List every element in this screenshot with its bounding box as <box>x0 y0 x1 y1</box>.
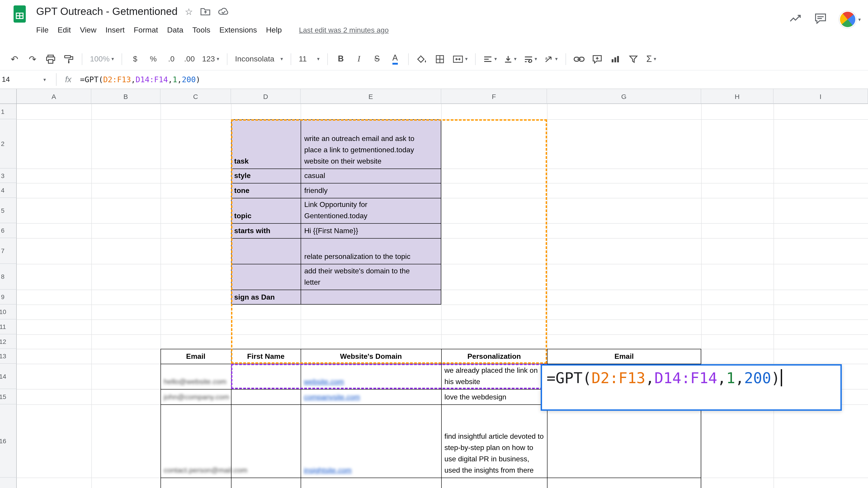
format-currency-button[interactable]: $ <box>127 51 143 67</box>
menu-extensions[interactable]: Extensions <box>215 24 261 37</box>
cell-F14[interactable]: we already placed the link on his websit… <box>441 364 547 389</box>
cell-F17[interactable]: we texted on LinkedIn <box>441 478 547 488</box>
insert-link-button[interactable] <box>571 51 587 67</box>
decrease-decimals-button[interactable]: .0 <box>163 51 180 67</box>
cell-F16[interactable]: find insightful article devoted to step-… <box>441 404 547 478</box>
table-header-website-s-domain[interactable]: Website's Domain <box>301 349 441 364</box>
cloud-saved-icon[interactable] <box>218 7 229 16</box>
create-filter-button[interactable] <box>625 51 641 67</box>
row-header-6[interactable]: 6 <box>0 223 17 238</box>
table-header-email[interactable]: Email <box>547 349 701 364</box>
cell-E4[interactable]: friendly <box>301 183 441 198</box>
functions-button[interactable]: Σ▾ <box>643 51 659 67</box>
row-header-15[interactable]: 15 <box>0 389 17 404</box>
cell-D8[interactable] <box>231 264 301 290</box>
name-box[interactable]: 14 <box>0 75 43 84</box>
last-edit-link[interactable]: Last edit was 2 minutes ago <box>299 26 389 34</box>
row-header-9[interactable]: 9 <box>0 290 17 304</box>
cell-editor-G14[interactable]: =GPT(D2:F13,D14:F14,1,200) <box>541 364 842 411</box>
document-title[interactable]: GPT Outreach - Getmentioned <box>36 5 178 18</box>
cell-D5[interactable]: topic <box>231 198 301 223</box>
account-avatar[interactable] <box>839 11 857 28</box>
star-icon[interactable]: ☆ <box>185 6 193 17</box>
cell-D2[interactable]: task <box>231 119 301 168</box>
cell-E14[interactable]: website.com <box>301 364 441 389</box>
row-header-17[interactable]: 17 <box>0 478 17 488</box>
menu-tools[interactable]: Tools <box>188 24 215 37</box>
cell-E16[interactable]: insightsite.com <box>301 404 441 478</box>
row-header-16[interactable]: 16 <box>0 404 17 478</box>
menu-help[interactable]: Help <box>261 24 286 37</box>
format-percent-button[interactable]: % <box>145 51 161 67</box>
row-header-7[interactable]: 7 <box>0 238 17 264</box>
increase-decimals-button[interactable]: .00 <box>181 51 197 67</box>
row-header-3[interactable]: 3 <box>0 168 17 183</box>
vertical-align-button[interactable]: ▾ <box>501 51 519 67</box>
formula-input[interactable]: =GPT(D2:F13,D14:F14,1,200) <box>80 75 200 84</box>
insert-comment-button[interactable] <box>589 51 605 67</box>
column-header-C[interactable]: C <box>160 89 231 104</box>
sparkline-history-icon[interactable] <box>789 14 802 25</box>
column-header-G[interactable]: G <box>547 89 701 104</box>
column-header-D[interactable]: D <box>231 89 301 104</box>
select-all-corner[interactable] <box>0 89 17 104</box>
column-header-E[interactable]: E <box>301 89 441 104</box>
cell-D3[interactable]: style <box>231 168 301 183</box>
borders-button[interactable] <box>432 51 448 67</box>
more-formats-button[interactable]: 123▾ <box>199 51 222 67</box>
cell-E3[interactable]: casual <box>301 168 441 183</box>
table-header-email[interactable]: Email <box>160 349 231 364</box>
text-rotation-button[interactable]: a ▾ <box>541 51 560 67</box>
cell-E9[interactable] <box>301 290 441 304</box>
cell-E15[interactable]: companysite.com <box>301 389 441 404</box>
row-header-14[interactable]: 14 <box>0 364 17 389</box>
cell-E5[interactable]: Link Opportunity for Gententioned.today <box>301 198 441 223</box>
cell-E8[interactable]: add their website's domain to the letter <box>301 264 441 290</box>
cell-E7[interactable]: relate personalization to the topic <box>301 238 441 264</box>
menu-data[interactable]: Data <box>162 24 188 37</box>
column-header-H[interactable]: H <box>701 89 774 104</box>
fill-color-button[interactable] <box>414 51 430 67</box>
text-color-button[interactable]: A <box>387 51 403 67</box>
menu-insert[interactable]: Insert <box>101 24 129 37</box>
italic-button[interactable]: I <box>351 51 367 67</box>
menu-edit[interactable]: Edit <box>53 24 75 37</box>
insert-chart-button[interactable] <box>607 51 623 67</box>
cell-F15[interactable]: love the webdesign <box>441 389 547 404</box>
strikethrough-button[interactable]: S <box>369 51 385 67</box>
redo-button[interactable]: ↷ <box>24 51 41 67</box>
account-caret-icon[interactable]: ▾ <box>858 17 861 22</box>
row-header-1[interactable]: 1 <box>0 104 17 119</box>
horizontal-align-button[interactable]: ▾ <box>481 51 500 67</box>
row-header-2[interactable]: 2 <box>0 119 17 168</box>
row-header-8[interactable]: 8 <box>0 264 17 290</box>
row-header-13[interactable]: 13 <box>0 349 17 364</box>
row-header-5[interactable]: 5 <box>0 198 17 223</box>
cell-C15[interactable]: john@company.com <box>160 389 231 404</box>
text-wrap-button[interactable]: ▾ <box>521 51 540 67</box>
font-selector[interactable]: Inconsolata▾ <box>232 51 286 67</box>
cell-E6[interactable]: Hi {{First Name}} <box>301 223 441 238</box>
print-button[interactable] <box>42 51 59 67</box>
menu-view[interactable]: View <box>75 24 101 37</box>
column-header-F[interactable]: F <box>441 89 547 104</box>
cell-D7[interactable] <box>231 238 301 264</box>
column-header-A[interactable]: A <box>17 89 91 104</box>
column-header-B[interactable]: B <box>91 89 160 104</box>
row-header-4[interactable]: 4 <box>0 183 17 198</box>
column-header-I[interactable]: I <box>774 89 868 104</box>
font-size-selector[interactable]: 11▾ <box>296 51 322 67</box>
undo-button[interactable]: ↶ <box>6 51 23 67</box>
bold-button[interactable]: B <box>333 51 349 67</box>
sheets-logo-icon[interactable] <box>10 4 29 25</box>
table-header-personalization[interactable]: Personalization <box>441 349 547 364</box>
cell-E2[interactable]: write an outreach email and ask to place… <box>301 119 441 168</box>
cell-D4[interactable]: tone <box>231 183 301 198</box>
row-header-10[interactable]: 10 <box>0 304 17 320</box>
cell-D6[interactable]: starts with <box>231 223 301 238</box>
zoom-control[interactable]: 100%▾ <box>87 51 117 67</box>
row-header-11[interactable]: 11 <box>0 320 17 334</box>
cell-C14[interactable]: hello@website.com <box>160 364 231 389</box>
merge-cells-button[interactable]: ▾ <box>450 51 470 67</box>
cell-D9[interactable]: sign as Dan <box>231 290 301 304</box>
